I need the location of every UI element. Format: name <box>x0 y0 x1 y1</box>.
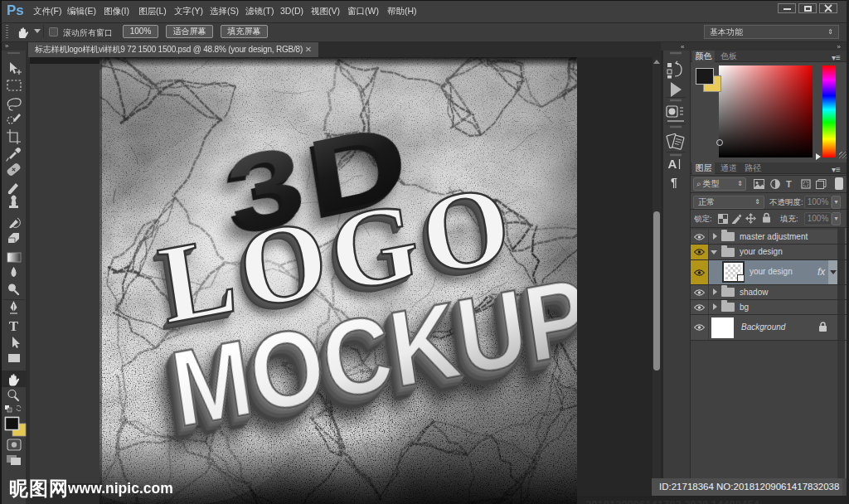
svg-text:A: A <box>668 157 677 171</box>
svg-text:¶: ¶ <box>671 176 677 189</box>
svg-text:T: T <box>9 318 19 334</box>
